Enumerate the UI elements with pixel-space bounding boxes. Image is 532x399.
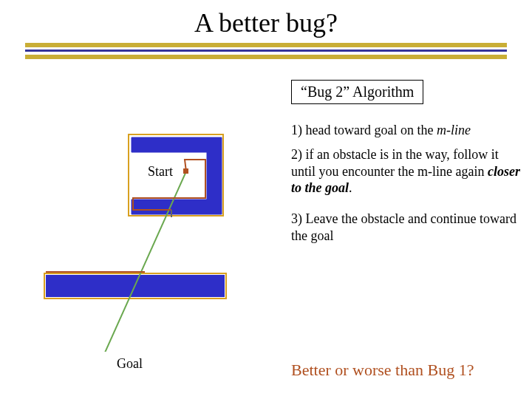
goal-label: Goal bbox=[117, 356, 143, 372]
step-3: 3) Leave the obstacle and continue towar… bbox=[291, 211, 520, 244]
divider-blue-mid bbox=[25, 50, 507, 52]
slide-title: A better bug? bbox=[0, 7, 532, 38]
svg-rect-6 bbox=[183, 168, 188, 174]
step-2-text: 2) if an obstacle is in the way, follow … bbox=[291, 147, 499, 179]
step-1-mline: m-line bbox=[437, 123, 471, 137]
step-1: 1) head toward goal on the m-line bbox=[291, 122, 520, 139]
divider-gold-top bbox=[25, 43, 507, 47]
divider-gold-bot bbox=[25, 55, 507, 59]
question-text: Better or worse than Bug 1? bbox=[291, 361, 474, 380]
step-2: 2) if an obstacle is in the way, follow … bbox=[291, 146, 520, 197]
step-2-post: . bbox=[349, 180, 352, 195]
step-1-text: 1) head toward goal on the bbox=[291, 123, 437, 137]
algorithm-name-box: “Bug 2” Algorithm bbox=[291, 80, 423, 104]
bug-diagram bbox=[41, 130, 242, 352]
